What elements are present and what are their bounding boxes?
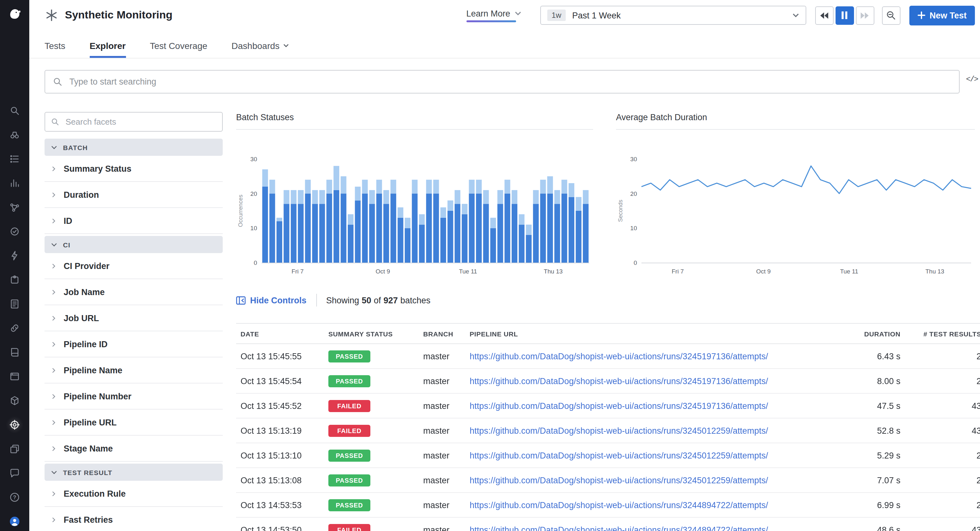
sidebar-icon-help[interactable]: ? <box>9 491 21 503</box>
col-header-pipeline-url[interactable]: PIPELINE URL <box>469 330 825 338</box>
chevron-down-icon <box>51 144 57 151</box>
facet-item-job-name[interactable]: Job Name <box>45 279 223 305</box>
facet-group-ci[interactable]: CI <box>45 236 223 253</box>
batches-table: DATE SUMMARY STATUS BRANCH PIPELINE URL … <box>236 323 980 531</box>
tab-tests[interactable]: Tests <box>45 41 65 58</box>
pipeline-url-link[interactable]: https://github.com/DataDog/shopist-web-u… <box>469 476 768 485</box>
table-row[interactable]: Oct 13 15:45:55PASSEDmasterhttps://githu… <box>236 344 980 369</box>
sidebar-icon-apm-bolt[interactable] <box>9 250 21 262</box>
table-row[interactable]: Oct 13 15:45:54PASSEDmasterhttps://githu… <box>236 369 980 394</box>
cell-date: Oct 13 15:13:08 <box>240 476 328 485</box>
table-row[interactable]: Oct 13 15:45:52FAILEDmasterhttps://githu… <box>236 394 980 418</box>
pipeline-url-link[interactable]: https://github.com/DataDog/shopist-web-u… <box>469 376 768 386</box>
rewind-icon <box>819 12 829 19</box>
pipeline-url-link[interactable]: https://github.com/DataDog/shopist-web-u… <box>469 525 768 531</box>
pipeline-url-link[interactable]: https://github.com/DataDog/shopist-web-u… <box>469 426 768 435</box>
table-row[interactable]: Oct 13 15:13:10PASSEDmasterhttps://githu… <box>236 443 980 468</box>
search-input[interactable] <box>68 76 951 87</box>
facet-group-batch[interactable]: BATCH <box>45 139 223 156</box>
col-header-branch[interactable]: BRANCH <box>423 330 469 338</box>
sidebar-icon-integrations-puzzle[interactable] <box>9 274 21 285</box>
zoom-out-button[interactable] <box>882 6 900 24</box>
cell-test-results: 2 <box>901 450 980 460</box>
tab-test-coverage[interactable]: Test Coverage <box>150 41 207 58</box>
new-test-button[interactable]: New Test <box>909 5 975 25</box>
sidebar-icon-traces-link[interactable] <box>9 322 21 334</box>
facet-item-ci-provider[interactable]: CI Provider <box>45 253 223 279</box>
pipeline-url-link[interactable]: https://github.com/DataDog/shopist-web-u… <box>469 500 768 510</box>
facet-item-pipeline-url[interactable]: Pipeline URL <box>45 409 223 436</box>
sidebar-icon-search[interactable] <box>9 105 21 116</box>
facet-item-execution-rule[interactable]: Execution Rule <box>45 481 223 507</box>
cell-date: Oct 13 14:53:50 <box>240 525 328 531</box>
pipeline-url-link[interactable]: https://github.com/DataDog/shopist-web-u… <box>469 450 768 460</box>
col-header-duration[interactable]: DURATION <box>825 330 901 338</box>
sidebar-icon-feedback-chat[interactable] <box>9 468 21 479</box>
cell-branch: master <box>423 351 469 361</box>
cell-pipeline-url: https://github.com/DataDog/shopist-web-u… <box>469 426 825 435</box>
facet-item-pipeline-name[interactable]: Pipeline Name <box>45 357 223 384</box>
cell-status: FAILED <box>328 400 423 412</box>
table-row[interactable]: Oct 13 15:13:19FAILEDmasterhttps://githu… <box>236 418 980 443</box>
sidebar-icon-logs-doc[interactable] <box>9 298 21 310</box>
cell-duration: 6.99 s <box>825 500 901 510</box>
cell-test-results: 43 <box>901 525 980 531</box>
query-syntax-toggle-icon[interactable]: </> <box>966 75 978 84</box>
status-badge: PASSED <box>328 449 371 461</box>
facet-item-job-url[interactable]: Job URL <box>45 305 223 331</box>
table-row[interactable]: Oct 13 15:13:08PASSEDmasterhttps://githu… <box>236 468 980 493</box>
svg-text:Oct 9: Oct 9 <box>756 268 771 275</box>
facet-item-stage-name[interactable]: Stage Name <box>45 436 223 462</box>
learn-more-link[interactable]: Learn More <box>466 9 521 22</box>
sidebar-icon-service-map[interactable] <box>9 201 21 213</box>
tab-explorer[interactable]: Explorer <box>89 41 126 58</box>
sidebar-icon-security-cube[interactable] <box>9 395 21 406</box>
sidebar-icon-avatar[interactable] <box>9 516 21 527</box>
cell-test-results: 2 <box>901 351 980 361</box>
cell-date: Oct 13 15:45:52 <box>240 401 328 411</box>
facet-item-pipeline-number[interactable]: Pipeline Number <box>45 384 223 409</box>
col-header-summary-status[interactable]: SUMMARY STATUS <box>328 330 423 338</box>
facet-search-input[interactable] <box>64 116 216 127</box>
cell-pipeline-url: https://github.com/DataDog/shopist-web-u… <box>469 476 825 485</box>
cell-status: PASSED <box>328 499 423 511</box>
pipeline-url-link[interactable]: https://github.com/DataDog/shopist-web-u… <box>469 351 768 361</box>
tab-dashboards[interactable]: Dashboards <box>232 41 289 58</box>
col-header-date[interactable]: DATE <box>240 330 328 338</box>
hide-controls-button[interactable]: Hide Controls <box>236 295 306 305</box>
col-header-test-results[interactable]: # TEST RESULTS <box>901 330 980 338</box>
facet-item-pipeline-id[interactable]: Pipeline ID <box>45 331 223 357</box>
sidebar-icon-watchdog-binoculars[interactable] <box>9 129 21 141</box>
pause-button[interactable] <box>835 6 854 24</box>
sidebar-icon-ci-layers[interactable] <box>9 443 21 455</box>
page-title: Synthetic Monitoring <box>65 9 172 22</box>
app-root: ? Synthetic Monitoring Learn More 1w Pas… <box>0 0 980 531</box>
sidebar-icon-monitors-check[interactable] <box>9 226 21 237</box>
avg-batch-duration-title: Average Batch Duration <box>616 113 975 130</box>
table-row[interactable]: Oct 13 14:53:53PASSEDmasterhttps://githu… <box>236 493 980 518</box>
pipeline-url-link[interactable]: https://github.com/DataDog/shopist-web-u… <box>469 401 768 411</box>
cell-date: Oct 13 15:45:55 <box>240 351 328 361</box>
rewind-button[interactable] <box>815 6 833 24</box>
facet-item-fast-retries[interactable]: Fast Retries <box>45 507 223 531</box>
sidebar-icon-synthetics-target[interactable] <box>9 419 21 431</box>
search-icon <box>51 118 59 126</box>
fast-forward-button[interactable] <box>856 6 874 24</box>
cell-duration: 47.5 s <box>825 401 901 411</box>
status-badge: FAILED <box>328 425 371 437</box>
sidebar-icon-rum-browser[interactable] <box>9 371 21 382</box>
facet-group-test-result[interactable]: TEST RESULT <box>45 464 223 481</box>
table-row[interactable]: Oct 13 14:53:50FAILEDmasterhttps://githu… <box>236 518 980 531</box>
svg-text:Thu 13: Thu 13 <box>925 268 944 275</box>
status-badge: PASSED <box>328 474 371 486</box>
facet-item-duration[interactable]: Duration <box>45 182 223 208</box>
sidebar-icon-notebook-book[interactable] <box>9 347 21 358</box>
datadog-logo-icon[interactable] <box>7 6 22 22</box>
table-body: Oct 13 15:45:55PASSEDmasterhttps://githu… <box>236 344 980 531</box>
facet-item-id[interactable]: ID <box>45 208 223 234</box>
facet-group-label: CI <box>63 241 70 248</box>
time-range-picker[interactable]: 1w Past 1 Week <box>540 6 806 25</box>
facet-item-summary-status[interactable]: Summary Status <box>45 156 223 182</box>
sidebar-icon-dashboards-list[interactable] <box>9 153 21 165</box>
sidebar-icon-metrics-bars[interactable] <box>9 178 21 189</box>
